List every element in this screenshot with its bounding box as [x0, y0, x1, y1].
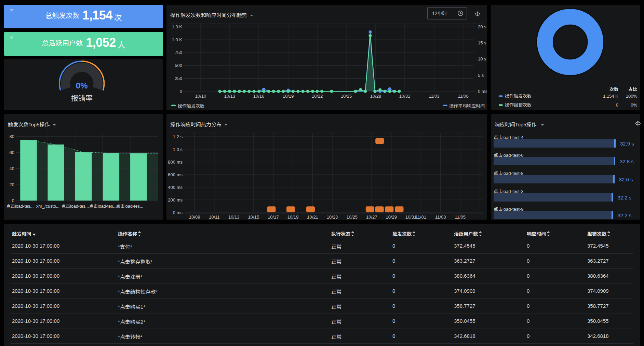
svg-text:10/10: 10/10 — [195, 94, 206, 99]
svg-text:11/05: 11/05 — [455, 214, 466, 220]
svg-text:点击load-tes...: 点击load-tes... — [6, 204, 34, 209]
svg-text:0: 0 — [180, 89, 182, 94]
svg-text:400 ms: 400 ms — [168, 185, 183, 190]
svg-text:20 s: 20 s — [478, 24, 486, 29]
svg-text:750: 750 — [175, 50, 182, 55]
svg-text:60: 60 — [10, 150, 14, 155]
svg-text:操作报错次数: 操作报错次数 — [505, 102, 532, 108]
svg-text:5 s: 5 s — [478, 73, 484, 78]
svg-text:0%: 0% — [76, 81, 88, 90]
svg-text:1.154 K: 1.154 K — [603, 94, 618, 99]
svg-text:11/01: 11/01 — [415, 214, 426, 220]
svg-text:10/19: 10/19 — [283, 94, 294, 99]
svg-text:10/25: 10/25 — [346, 214, 358, 220]
svg-text:10/13: 10/13 — [224, 94, 236, 99]
svg-text:10/25: 10/25 — [341, 94, 352, 99]
svg-text:200 ms: 200 ms — [168, 197, 183, 203]
svg-text:11/06: 11/06 — [458, 94, 469, 99]
svg-text:600 ms: 600 ms — [168, 172, 183, 177]
svg-text:10/31: 10/31 — [399, 94, 411, 99]
svg-text:10/17: 10/17 — [268, 214, 279, 220]
svg-text:1.0 K: 1.0 K — [172, 37, 183, 42]
svg-text:点击load-tes...: 点击load-tes... — [116, 204, 143, 209]
svg-text:800 ms: 800 ms — [168, 160, 183, 165]
svg-text:80: 80 — [10, 134, 14, 139]
svg-text:10/11: 10/11 — [209, 214, 220, 220]
svg-text:500: 500 — [175, 63, 182, 68]
svg-text:1.2 s: 1.2 s — [173, 134, 183, 139]
svg-text:10/21: 10/21 — [307, 214, 318, 220]
svg-text:操作触发次数: 操作触发次数 — [505, 94, 532, 99]
svg-text:0%: 0% — [631, 102, 637, 108]
svg-text:xhr_/custo...: xhr_/custo... — [36, 204, 59, 209]
svg-text:操作平均响应时间: 操作平均响应时间 — [449, 103, 485, 109]
svg-text:1.3 K: 1.3 K — [172, 24, 183, 29]
svg-text:20: 20 — [10, 182, 14, 187]
svg-text:11/03: 11/03 — [435, 214, 446, 220]
svg-text:点击load-tes...: 点击load-tes... — [62, 204, 89, 209]
svg-text:1.0 s: 1.0 s — [173, 147, 183, 152]
svg-text:0 ms: 0 ms — [478, 89, 487, 94]
svg-text:10/31: 10/31 — [405, 214, 417, 220]
svg-text:250: 250 — [175, 76, 182, 81]
svg-text:10/15: 10/15 — [248, 214, 259, 220]
svg-text:15 s: 15 s — [478, 40, 486, 45]
svg-text:0: 0 — [12, 198, 14, 203]
svg-text:10/13: 10/13 — [228, 214, 240, 220]
svg-text:11/03: 11/03 — [429, 94, 440, 99]
svg-text:10/09: 10/09 — [189, 214, 200, 220]
svg-text:操作触发次数: 操作触发次数 — [178, 103, 204, 109]
svg-text:0: 0 — [616, 102, 618, 108]
svg-text:10 s: 10 s — [478, 56, 486, 61]
svg-text:10/22: 10/22 — [312, 94, 323, 99]
svg-text:点击load-tes...: 点击load-tes... — [89, 204, 117, 209]
svg-text:10/16: 10/16 — [253, 94, 265, 99]
svg-text:40: 40 — [10, 166, 14, 171]
svg-text:10/23: 10/23 — [327, 214, 338, 220]
svg-text:10/28: 10/28 — [370, 94, 381, 99]
svg-text:100%: 100% — [626, 94, 638, 99]
svg-text:10/19: 10/19 — [287, 214, 299, 220]
svg-text:0 ms: 0 ms — [173, 210, 183, 215]
svg-text:10/29: 10/29 — [386, 214, 397, 220]
svg-text:占比: 占比 — [628, 87, 637, 92]
svg-text:10/27: 10/27 — [366, 214, 377, 220]
svg-text:次数: 次数 — [609, 87, 618, 92]
